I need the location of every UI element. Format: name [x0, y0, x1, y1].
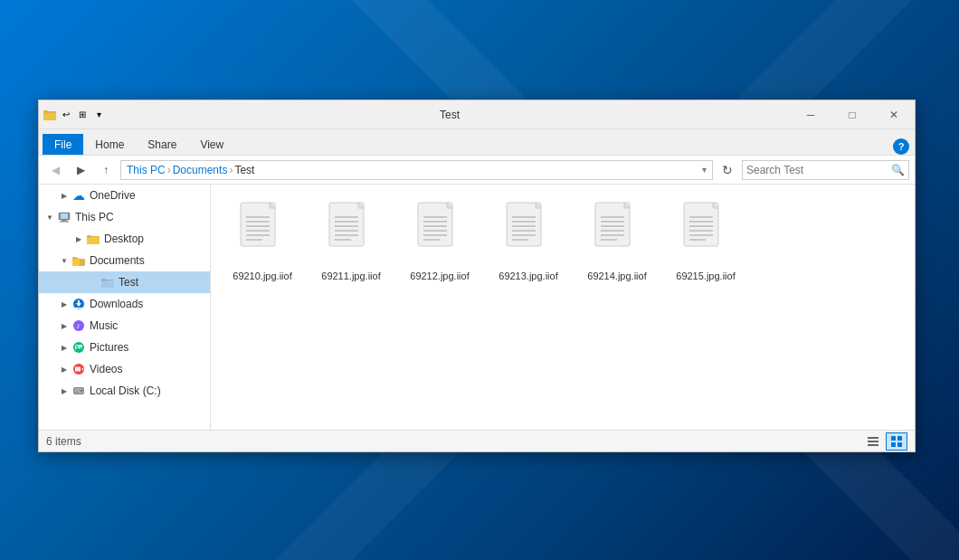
file-item[interactable]: 69213.jpg.iiof — [488, 195, 569, 288]
file-item[interactable]: 69215.jpg.iiof — [665, 195, 746, 288]
status-bar: 6 items — [39, 430, 915, 451]
sidebar-item-onedrive[interactable]: ▶ ☁ OneDrive — [39, 185, 210, 206]
file-icon-3 — [501, 201, 555, 266]
expand-test-icon[interactable] — [86, 275, 100, 289]
back-button[interactable]: ◀ — [44, 159, 66, 181]
svg-rect-12 — [72, 257, 77, 260]
svg-rect-8 — [87, 237, 100, 244]
sidebar-label-desktop: Desktop — [104, 233, 144, 245]
expand-pictures-icon[interactable]: ▶ — [57, 340, 71, 355]
close-button[interactable]: ✕ — [873, 100, 915, 129]
file-item[interactable]: 69210.jpg.iiof — [222, 195, 303, 288]
sidebar-item-videos[interactable]: ▶ Videos — [39, 358, 210, 380]
file-name-4: 69214.jpg.iiof — [587, 270, 646, 282]
expand-downloads-icon[interactable]: ▶ — [57, 297, 71, 311]
expand-videos-icon[interactable]: ▶ — [57, 362, 71, 376]
svg-rect-1 — [43, 113, 56, 120]
main-content: ▶ ☁ OneDrive ▼ This PC ▶ — [39, 185, 915, 430]
tab-share[interactable]: Share — [136, 134, 188, 155]
view-buttons — [862, 432, 907, 451]
file-icon-2 — [413, 201, 467, 266]
search-input[interactable] — [746, 164, 891, 176]
svg-rect-6 — [60, 222, 69, 223]
expand-localdisk-icon[interactable]: ▶ — [57, 384, 71, 398]
window-title: Test — [109, 109, 790, 121]
breadcrumb-sep-1: › — [167, 164, 171, 176]
documents-icon — [71, 253, 86, 268]
sidebar-item-test[interactable]: Test — [39, 271, 210, 293]
breadcrumb-sep-2: › — [229, 164, 233, 176]
svg-rect-18 — [75, 308, 82, 309]
breadcrumb-documents[interactable]: Documents — [173, 164, 228, 176]
file-item[interactable]: 69214.jpg.iiof — [576, 195, 658, 288]
ribbon: File Home Share View ? — [39, 129, 915, 156]
tab-file[interactable]: File — [43, 134, 83, 155]
desktop-icon — [86, 232, 100, 246]
breadcrumb[interactable]: This PC › Documents › Test ▾ — [120, 160, 713, 180]
sidebar-label-thispc: This PC — [75, 211, 114, 223]
file-name-3: 69213.jpg.iiof — [498, 270, 557, 282]
sidebar-item-documents[interactable]: ▼ Documents — [39, 250, 210, 271]
sidebar-item-desktop[interactable]: ▶ Desktop — [39, 228, 210, 250]
breadcrumb-thispc[interactable]: This PC — [127, 164, 166, 176]
file-item[interactable]: 69211.jpg.iiof — [310, 195, 392, 288]
downloads-icon — [71, 297, 86, 311]
minimize-button[interactable]: ─ — [790, 100, 831, 129]
svg-rect-2 — [43, 110, 48, 113]
sidebar-label-localdisk: Local Disk (C:) — [90, 384, 161, 397]
svg-rect-31 — [74, 393, 79, 394]
sidebar-item-localdisk[interactable]: ▶ Local Disk (C:) — [39, 380, 210, 402]
details-view-button[interactable] — [862, 432, 884, 451]
sidebar-item-thispc[interactable]: ▼ This PC — [39, 206, 210, 228]
file-item[interactable]: 69212.jpg.iiof — [399, 195, 480, 288]
sidebar-item-music[interactable]: ▶ ♪ Music — [39, 315, 210, 337]
svg-rect-26 — [75, 367, 81, 372]
quick-access-toolbar: ↩ ⊞ ▾ — [39, 108, 109, 122]
window-folder-icon — [43, 108, 57, 122]
maximize-button[interactable]: □ — [831, 100, 873, 129]
test-folder-icon — [100, 275, 115, 289]
properties-button[interactable]: ⊞ — [75, 108, 90, 122]
svg-rect-82 — [868, 444, 878, 446]
svg-rect-14 — [101, 280, 114, 288]
breadcrumb-dropdown-icon[interactable]: ▾ — [702, 165, 707, 175]
tab-view[interactable]: View — [188, 134, 235, 155]
search-icon[interactable]: 🔍 — [891, 164, 905, 176]
file-name-5: 69215.jpg.iiof — [676, 270, 735, 282]
sidebar-label-onedrive: OneDrive — [90, 189, 136, 202]
videos-icon — [71, 362, 86, 376]
expand-music-icon[interactable]: ▶ — [57, 318, 71, 333]
more-button[interactable]: ▾ — [91, 108, 106, 122]
svg-point-30 — [81, 390, 82, 392]
file-icon-5 — [679, 201, 733, 266]
forward-button[interactable]: ▶ — [70, 159, 91, 181]
help-button[interactable]: ? — [893, 138, 909, 155]
onedrive-icon: ☁ — [71, 188, 86, 203]
sidebar: ▶ ☁ OneDrive ▼ This PC ▶ — [39, 185, 211, 430]
expand-onedrive-icon[interactable]: ▶ — [57, 188, 71, 203]
svg-rect-5 — [62, 220, 67, 222]
svg-rect-86 — [897, 442, 902, 447]
file-name-2: 69212.jpg.iiof — [410, 270, 469, 282]
large-icons-view-button[interactable] — [886, 432, 907, 451]
svg-rect-84 — [897, 436, 902, 441]
sidebar-item-pictures[interactable]: ▶ Pictures — [39, 337, 210, 358]
svg-rect-80 — [868, 437, 878, 439]
tab-home[interactable]: Home — [83, 134, 136, 155]
item-count: 6 items — [46, 435, 862, 448]
undo-button[interactable]: ↩ — [59, 108, 73, 122]
refresh-button[interactable]: ↻ — [717, 159, 738, 181]
expand-desktop-icon[interactable]: ▶ — [71, 232, 86, 246]
thispc-icon — [57, 210, 71, 224]
expand-thispc-icon[interactable]: ▼ — [43, 210, 57, 224]
sidebar-label-music: Music — [90, 319, 118, 332]
explorer-window: ↩ ⊞ ▾ Test ─ □ ✕ File Home Share View ? … — [38, 100, 916, 452]
music-icon: ♪ — [71, 318, 86, 333]
sidebar-label-documents: Documents — [90, 254, 145, 267]
search-box[interactable]: 🔍 — [742, 160, 909, 180]
file-icon-0 — [235, 201, 290, 266]
up-button[interactable]: ↑ — [95, 159, 117, 181]
expand-documents-icon[interactable]: ▼ — [57, 253, 71, 268]
address-bar: ◀ ▶ ↑ This PC › Documents › Test ▾ ↻ 🔍 — [39, 156, 915, 185]
sidebar-item-downloads[interactable]: ▶ Downloads — [39, 293, 210, 315]
